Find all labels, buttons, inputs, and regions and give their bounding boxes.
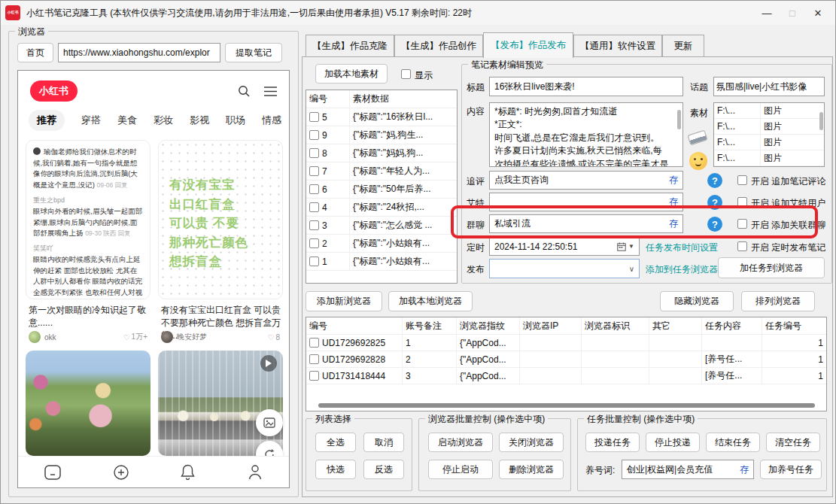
schedule-datetime-input[interactable]: 2024-11-14 22:50:51 ▼ xyxy=(489,237,640,256)
save-at-link[interactable]: 存 xyxy=(669,196,678,208)
photo-note-garden[interactable] xyxy=(26,351,150,456)
add-nurture-task-button[interactable]: 加养号任务 xyxy=(760,460,822,479)
schedule-settings-link[interactable]: 任务发布时间设置 xyxy=(646,241,718,254)
load-local-browser-button[interactable]: 加载本地浏览器 xyxy=(388,291,473,311)
title-input[interactable]: 16张秋日live图来袭! xyxy=(489,77,683,96)
row-checkbox[interactable] xyxy=(309,130,319,140)
close-browser-button[interactable]: 关闭浏览器 xyxy=(499,433,564,452)
tab-recommend[interactable]: 推荐 xyxy=(29,110,65,131)
tab-publish[interactable]: 【发布】作品发布 xyxy=(483,32,573,58)
tab-generate-clone[interactable]: 【生成】作品克隆 xyxy=(306,35,394,57)
row-checkbox[interactable] xyxy=(309,202,319,212)
invert-select-button[interactable]: 反选 xyxy=(363,460,404,479)
help-icon[interactable]: ? xyxy=(707,217,722,232)
save-groupchat-link[interactable]: 存 xyxy=(669,217,678,230)
tab-makeup[interactable]: 彩妆 xyxy=(154,114,173,127)
material-row[interactable]: 2 {"标题":"小姑娘有... xyxy=(306,235,457,253)
close-icon[interactable]: ✕ xyxy=(805,3,831,23)
stop-start-button[interactable]: 停止启动 xyxy=(428,460,493,479)
author-avatar[interactable] xyxy=(29,331,41,343)
send-task-button[interactable]: 投递任务 xyxy=(585,433,640,452)
browser-row[interactable]: UD1729692828 2 {"AppCod... [养号任... 1 xyxy=(306,351,826,368)
quick-select-button[interactable]: 快选 xyxy=(315,460,356,479)
search-icon[interactable] xyxy=(238,85,251,98)
tab-generate-create[interactable]: 【生成】作品创作 xyxy=(394,35,483,57)
enable-schedule-checkbox[interactable] xyxy=(737,241,747,251)
row-checkbox[interactable] xyxy=(309,148,319,158)
author-name[interactable]: 晚安好梦 xyxy=(177,332,207,342)
save-nurture-link[interactable]: 存 xyxy=(740,463,749,476)
end-task-button[interactable]: 结束任务 xyxy=(706,433,760,452)
file-row[interactable]: F:\... 图片 xyxy=(714,150,824,166)
publish-select[interactable]: ∨ xyxy=(489,259,640,278)
material-row[interactable]: 5 {"标题":"16张秋日l... xyxy=(306,108,457,126)
dropdown-arrow-icon[interactable]: ▼ xyxy=(628,243,634,250)
heart-icon[interactable]: ♡ xyxy=(123,333,130,342)
note-card-comments[interactable]: 瑜伽老师给我们做休息术的时候,我们躺着,她有一句指令就是想像你的眼球向后流淌,沉… xyxy=(26,140,150,299)
start-browser-button[interactable]: 启动浏览器 xyxy=(428,433,493,452)
load-materials-button[interactable]: 加载本地素材 xyxy=(315,64,388,83)
browser-row[interactable]: UD1729692825 1 {"AppCod... 1 xyxy=(306,335,826,351)
create-icon[interactable] xyxy=(114,465,129,480)
file-row[interactable]: F:\... 图片 xyxy=(714,119,824,135)
note-card-lipstick[interactable]: 有没有宝宝 出口红盲盒 可以贵 不要 那种死亡颜色 想拆盲盒 xyxy=(158,140,283,299)
home-icon[interactable] xyxy=(44,465,61,480)
tab-food[interactable]: 美食 xyxy=(117,114,137,127)
tab-fashion[interactable]: 穿搭 xyxy=(81,114,101,127)
extract-notes-button[interactable]: 提取笔记 xyxy=(225,43,282,62)
row-checkbox[interactable] xyxy=(309,354,319,364)
material-row[interactable]: 9 {"标题":"妈,狗生... xyxy=(306,126,457,144)
tab-settings[interactable]: 【通用】软件设置 xyxy=(573,35,662,57)
material-row[interactable]: 4 {"标题":"24秋招,... xyxy=(306,199,457,217)
browser-row[interactable]: UD1731418444 3 {"AppCod... [养号任... 1 xyxy=(306,368,826,384)
enable-at-checkbox[interactable] xyxy=(737,197,747,207)
material-row[interactable]: 7 {"标题":"年轻人为... xyxy=(306,162,457,181)
content-scrollbar[interactable] xyxy=(677,110,681,129)
arrange-browser-button[interactable]: 排列浏览器 xyxy=(741,291,815,311)
profile-icon[interactable] xyxy=(248,464,263,480)
author-avatar[interactable] xyxy=(161,331,173,343)
groupchat-input[interactable]: 私域引流存 xyxy=(489,214,683,233)
maximize-icon[interactable]: □ xyxy=(780,3,805,23)
file-row[interactable]: F:\... 图片 xyxy=(714,135,824,150)
at-input[interactable]: 存 xyxy=(489,193,683,211)
tab-emotion[interactable]: 情感 xyxy=(262,114,281,127)
files-scrollbar[interactable] xyxy=(819,112,823,130)
url-input[interactable]: https://www.xiaohongshu.com/explor xyxy=(58,43,220,62)
emoji-icon[interactable] xyxy=(689,152,707,170)
file-row[interactable]: F:\... 图片 xyxy=(714,103,824,119)
delete-browser-button[interactable]: 删除浏览器 xyxy=(499,460,564,479)
cancel-select-button[interactable]: 取消 xyxy=(363,433,404,452)
content-textarea[interactable]: *标题*: 时光匆匆,回首才知流逝 *正文*: 时间飞逝,总是在它溜走后我们才意… xyxy=(489,102,683,167)
material-row[interactable]: 3 {"标题":"怎么感觉 ... xyxy=(306,217,457,235)
show-checkbox[interactable] xyxy=(401,69,411,79)
row-checkbox[interactable] xyxy=(309,184,319,194)
topic-input[interactable]: 氛围感|live|小红书影像 xyxy=(713,77,825,96)
help-icon[interactable]: ? xyxy=(707,195,722,210)
save-followup-link[interactable]: 存 xyxy=(669,174,678,187)
row-checkbox[interactable] xyxy=(309,371,319,381)
material-row[interactable]: 1 {"标题":"小姑娘有... xyxy=(306,253,457,271)
calendar-icon[interactable] xyxy=(617,242,626,251)
eraser-icon[interactable] xyxy=(687,130,707,146)
note-title[interactable]: 第一次对眼睛的冷知识起了敬意...... xyxy=(29,304,147,329)
tab-movies[interactable]: 影视 xyxy=(190,114,209,127)
select-all-button[interactable]: 全选 xyxy=(315,433,356,452)
row-checkbox[interactable] xyxy=(309,166,319,176)
tab-career[interactable]: 职场 xyxy=(226,114,245,127)
help-icon[interactable]: ? xyxy=(707,173,722,188)
row-checkbox[interactable] xyxy=(309,112,319,122)
clear-task-button[interactable]: 清空任务 xyxy=(766,433,820,452)
menu-icon[interactable] xyxy=(264,87,277,96)
add-browser-button[interactable]: 添加新浏览器 xyxy=(306,291,382,311)
author-name[interactable]: okk xyxy=(44,333,56,342)
followup-input[interactable]: 点我主页咨询存 xyxy=(489,171,683,190)
enable-groupchat-checkbox[interactable] xyxy=(737,219,747,229)
material-row[interactable]: 6 {"标题":"50年后养... xyxy=(306,181,457,199)
row-checkbox[interactable] xyxy=(309,257,319,266)
add-task-to-browser-button[interactable]: 加任务到浏览器 xyxy=(718,257,825,278)
row-checkbox[interactable] xyxy=(309,220,319,230)
enable-comment-checkbox[interactable] xyxy=(737,175,747,185)
table-horizontal-scrollbar[interactable] xyxy=(318,403,815,408)
home-button[interactable]: 首页 xyxy=(17,43,53,62)
